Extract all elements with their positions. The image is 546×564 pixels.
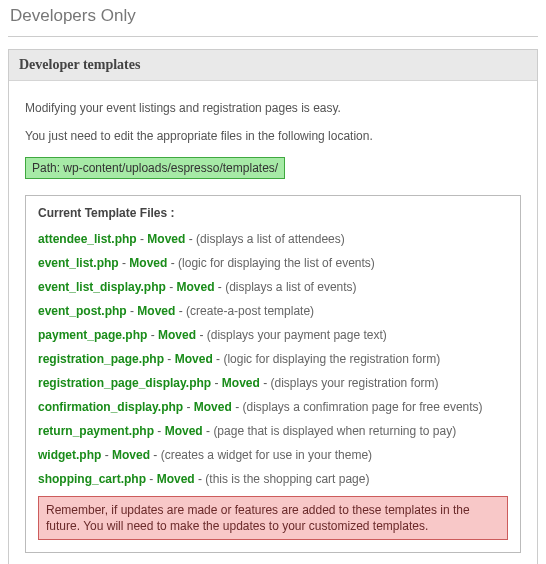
template-file-row: return_payment.php - Moved - (page that …	[38, 424, 508, 438]
template-file-status: Moved	[158, 328, 196, 342]
intro-text-2: You just need to edit the appropriate fi…	[25, 129, 521, 143]
separator: -	[147, 328, 158, 342]
separator: -	[146, 472, 157, 486]
template-file-row: registration_page.php - Moved - (logic f…	[38, 352, 508, 366]
panel-body: Modifying your event listings and regist…	[9, 81, 537, 564]
separator: -	[154, 424, 165, 438]
template-file-row: event_list_display.php - Moved - (displa…	[38, 280, 508, 294]
separator: -	[166, 280, 177, 294]
separator: -	[203, 424, 214, 438]
template-file-status: Moved	[147, 232, 185, 246]
template-file-row: attendee_list.php - Moved - (displays a …	[38, 232, 508, 246]
template-file-description: (this is the shopping cart page)	[205, 472, 369, 486]
template-file-row: event_post.php - Moved - (create-a-post …	[38, 304, 508, 318]
template-file-name: event_list_display.php	[38, 280, 166, 294]
intro-text-1: Modifying your event listings and regist…	[25, 101, 521, 115]
template-file-row: widget.php - Moved - (creates a widget f…	[38, 448, 508, 462]
template-file-description: (creates a widget for use in your theme)	[161, 448, 372, 462]
template-file-status: Moved	[137, 304, 175, 318]
panel-header: Developer templates	[9, 50, 537, 81]
template-file-status: Moved	[194, 400, 232, 414]
template-file-name: widget.php	[38, 448, 101, 462]
separator: -	[232, 400, 243, 414]
template-file-name: return_payment.php	[38, 424, 154, 438]
template-files-title: Current Template Files :	[38, 206, 508, 220]
template-file-name: event_list.php	[38, 256, 119, 270]
separator: -	[164, 352, 175, 366]
template-file-description: (displays your registration form)	[271, 376, 439, 390]
template-files-list: attendee_list.php - Moved - (displays a …	[38, 232, 508, 486]
template-file-name: shopping_cart.php	[38, 472, 146, 486]
separator: -	[119, 256, 130, 270]
template-file-description: (displays a confimration page for free e…	[242, 400, 482, 414]
template-file-name: payment_page.php	[38, 328, 147, 342]
template-file-row: confirmation_display.php - Moved - (disp…	[38, 400, 508, 414]
templates-path-box: Path: wp-content/uploads/espresso/templa…	[25, 157, 285, 179]
separator: -	[213, 352, 224, 366]
page-title: Developers Only	[0, 0, 546, 36]
separator: -	[183, 400, 194, 414]
template-file-status: Moved	[177, 280, 215, 294]
template-file-row: shopping_cart.php - Moved - (this is the…	[38, 472, 508, 486]
template-files-box: Current Template Files : attendee_list.p…	[25, 195, 521, 553]
template-file-name: registration_page_display.php	[38, 376, 211, 390]
separator: -	[101, 448, 112, 462]
separator: -	[211, 376, 222, 390]
template-file-name: attendee_list.php	[38, 232, 137, 246]
separator: -	[150, 448, 161, 462]
template-file-description: (logic for displaying the registration f…	[223, 352, 440, 366]
separator: -	[185, 232, 196, 246]
template-file-row: registration_page_display.php - Moved - …	[38, 376, 508, 390]
template-file-description: (displays your payment page text)	[207, 328, 387, 342]
template-file-description: (displays a list of events)	[225, 280, 356, 294]
template-file-name: event_post.php	[38, 304, 127, 318]
separator: -	[196, 328, 207, 342]
template-file-row: payment_page.php - Moved - (displays you…	[38, 328, 508, 342]
template-file-description: (logic for displaying the list of events…	[178, 256, 375, 270]
template-file-name: registration_page.php	[38, 352, 164, 366]
separator: -	[127, 304, 138, 318]
template-file-name: confirmation_display.php	[38, 400, 183, 414]
template-file-row: event_list.php - Moved - (logic for disp…	[38, 256, 508, 270]
template-file-status: Moved	[112, 448, 150, 462]
separator: -	[175, 304, 186, 318]
template-file-status: Moved	[157, 472, 195, 486]
separator: -	[260, 376, 271, 390]
separator: -	[195, 472, 206, 486]
warning-box: Remember, if updates are made or feature…	[38, 496, 508, 540]
template-file-description: (create-a-post template)	[186, 304, 314, 318]
template-file-status: Moved	[129, 256, 167, 270]
template-file-status: Moved	[222, 376, 260, 390]
template-file-description: (displays a list of attendees)	[196, 232, 345, 246]
template-file-status: Moved	[165, 424, 203, 438]
developer-templates-panel: Developer templates Modifying your event…	[8, 49, 538, 564]
separator: -	[137, 232, 148, 246]
template-file-description: (page that is displayed when returning t…	[213, 424, 456, 438]
divider	[8, 36, 538, 37]
separator: -	[215, 280, 226, 294]
separator: -	[167, 256, 178, 270]
template-file-status: Moved	[175, 352, 213, 366]
